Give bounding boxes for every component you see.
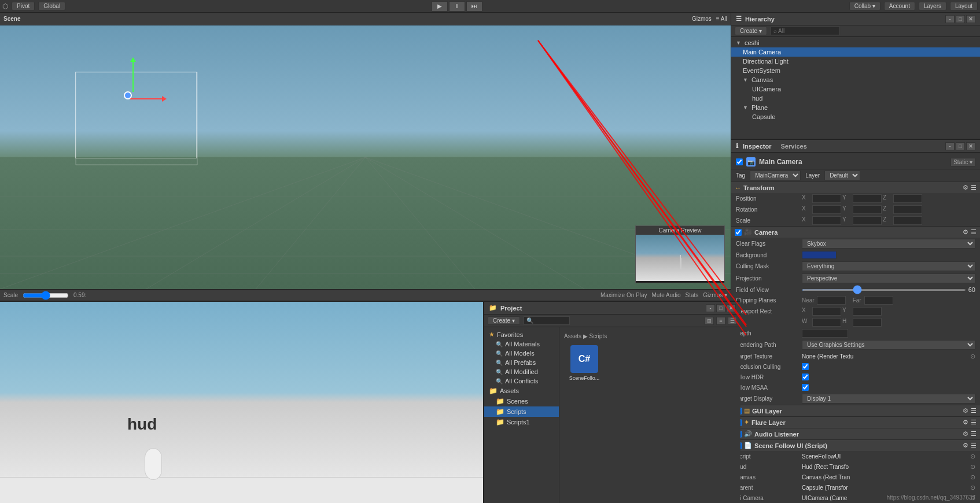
hierarchy-minimize[interactable]: - — [945, 15, 955, 23]
hier-item-plane[interactable]: ▼ Plane — [731, 103, 980, 112]
audio-listener-header[interactable]: 🔊 Audio Listener ⚙ ☰ — [731, 428, 980, 439]
vp-w-input[interactable]: 1 — [812, 318, 841, 327]
account-button[interactable]: Account — [884, 2, 915, 10]
ui-camera-pick-icon[interactable]: ⊙ — [970, 494, 975, 502]
hud-pick-icon[interactable]: ⊙ — [970, 463, 975, 471]
rot-y-input[interactable]: 0 — [853, 205, 882, 214]
static-button[interactable]: Static ▾ — [950, 158, 975, 167]
step-button[interactable]: ⏭ — [466, 1, 482, 12]
all-materials-item[interactable]: 🔍 All Materials — [484, 339, 559, 349]
allow-msaa-checkbox[interactable] — [802, 384, 809, 391]
gizmos-label[interactable]: Gizmos — [692, 16, 712, 22]
hier-item-ceshi[interactable]: ▼ ceshi — [731, 38, 980, 47]
rot-z-input[interactable]: 0 — [893, 205, 922, 214]
all-models-item[interactable]: 🔍 All Models — [484, 349, 559, 358]
fov-slider[interactable] — [802, 289, 966, 291]
mute-audio-btn[interactable]: Mute Audio — [651, 292, 680, 298]
all-filter[interactable]: ≡ All — [716, 16, 727, 22]
occlusion-culling-checkbox[interactable] — [802, 363, 809, 370]
gui-layer-menu-icon[interactable]: ☰ — [971, 407, 977, 415]
flare-layer-header[interactable]: ✦ Flare Layer ⚙ ☰ — [731, 417, 980, 428]
hierarchy-create-btn[interactable]: Create ▾ — [735, 27, 767, 35]
target-texture-pick-icon[interactable]: ⊙ — [970, 353, 975, 360]
stats-btn[interactable]: Stats — [686, 292, 699, 298]
all-conflicts-item[interactable]: 🔍 All Conflicts — [484, 376, 559, 386]
all-modified-item[interactable]: 🔍 All Modified — [484, 367, 559, 376]
project-search[interactable] — [524, 316, 570, 325]
scale-z-input[interactable]: 1 — [893, 216, 922, 225]
collab-button[interactable]: Collab ▾ — [849, 2, 880, 10]
scene-tab-label[interactable]: Scene — [3, 16, 20, 22]
pos-y-input[interactable]: 1 — [853, 194, 882, 203]
global-button[interactable]: Global — [38, 2, 65, 10]
scene-follow-ui-menu-icon[interactable]: ☰ — [971, 442, 977, 449]
rendering-path-dropdown[interactable]: Use Graphics Settings — [802, 340, 975, 350]
gizmos-game-btn[interactable]: Gizmos ▾ — [703, 292, 727, 298]
play-button[interactable]: ▶ — [432, 1, 448, 12]
hier-item-main-camera[interactable]: Main Camera — [731, 47, 980, 57]
audio-listener-menu-icon[interactable]: ☰ — [971, 430, 977, 438]
maximize-on-play-btn[interactable]: Maximize On Play — [600, 292, 647, 298]
project-close[interactable]: ✕ — [727, 304, 736, 312]
pos-x-input[interactable]: 0 — [812, 194, 841, 203]
layers-button[interactable]: Layers — [919, 2, 946, 10]
camera-enabled-checkbox[interactable] — [735, 229, 742, 236]
scene-follow-file[interactable]: C# SceneFollo... — [564, 343, 605, 383]
culling-mask-dropdown[interactable]: Everything — [802, 261, 975, 271]
transform-menu-icon[interactable]: ☰ — [971, 184, 977, 191]
scripts1-tree-item[interactable]: 📁 Scripts1 — [484, 417, 559, 427]
scenes-tree-item[interactable]: 📁 Scenes — [484, 396, 559, 406]
scale-slider[interactable] — [23, 291, 69, 300]
target-display-dropdown[interactable]: Display 1 — [802, 394, 975, 404]
services-tab[interactable]: Services — [781, 143, 807, 150]
script-pick-icon[interactable]: ⊙ — [970, 453, 975, 460]
far-input[interactable]: 1000 — [864, 296, 893, 305]
object-active-checkbox[interactable] — [736, 158, 743, 165]
project-view-btn1[interactable]: ⊞ — [705, 317, 714, 325]
scale-y-input[interactable]: 1 — [853, 216, 882, 225]
gui-layer-header[interactable]: ▤ GUI Layer ⚙ ☰ — [731, 405, 980, 416]
hier-item-uicamera[interactable]: UICamera — [731, 84, 980, 94]
near-input[interactable]: 0.3 — [817, 296, 846, 305]
audio-listener-settings-icon[interactable]: ⚙ — [963, 430, 968, 438]
project-view-btn3[interactable]: ☰ — [728, 317, 737, 325]
layer-dropdown[interactable]: Default — [824, 171, 860, 180]
hier-item-hud[interactable]: hud — [731, 94, 980, 103]
scene-canvas[interactable]: Camera Preview — [0, 25, 731, 289]
inspector-maximize[interactable]: □ — [956, 142, 965, 150]
scene-follow-ui-header[interactable]: 📄 Scene Follow UI (Script) ⚙ ☰ — [731, 440, 980, 451]
layout-button[interactable]: Layout — [950, 2, 978, 10]
projection-dropdown[interactable]: Perspective — [802, 273, 975, 283]
rot-x-input[interactable]: 0 — [812, 205, 841, 214]
flare-layer-menu-icon[interactable]: ☰ — [971, 419, 977, 426]
favorites-item[interactable]: ★ Favorites — [484, 330, 559, 339]
pivot-button[interactable]: Pivot — [12, 2, 35, 10]
project-view-btn2[interactable]: ≡ — [716, 317, 725, 325]
project-minimize[interactable]: - — [706, 304, 715, 312]
clear-flags-dropdown[interactable]: Skybox — [802, 239, 975, 249]
pos-z-input[interactable]: -10 — [893, 194, 922, 203]
gui-layer-settings-icon[interactable]: ⚙ — [963, 407, 968, 415]
parent-pick-icon[interactable]: ⊙ — [970, 484, 975, 491]
tag-dropdown[interactable]: MainCamera — [750, 171, 801, 180]
flare-layer-settings-icon[interactable]: ⚙ — [963, 419, 968, 426]
background-color-swatch[interactable] — [802, 251, 837, 259]
hierarchy-close[interactable]: ✕ — [966, 15, 975, 23]
inspector-close[interactable]: ✕ — [966, 142, 975, 150]
hier-item-directional-light[interactable]: Directional Light — [731, 57, 980, 66]
hierarchy-maximize[interactable]: □ — [956, 15, 965, 23]
all-prefabs-item[interactable]: 🔍 All Prefabs — [484, 358, 559, 367]
pause-button[interactable]: ⏸ — [449, 1, 465, 12]
depth-input[interactable]: -1 — [802, 329, 848, 338]
vp-y-input[interactable]: 0 — [853, 307, 882, 316]
hier-item-capsule[interactable]: Capsule — [731, 112, 980, 121]
vp-x-input[interactable]: 0 — [812, 307, 841, 316]
hier-item-canvas[interactable]: ▼ Canvas — [731, 75, 980, 84]
transform-header[interactable]: ↔ Transform ⚙ ☰ — [731, 182, 980, 193]
camera-component-header[interactable]: 🎥 Camera ⚙ ☰ — [731, 227, 980, 238]
inspector-minimize[interactable]: - — [945, 142, 955, 150]
project-maximize[interactable]: □ — [716, 304, 725, 312]
assets-tree-item[interactable]: 📁 Assets — [484, 386, 559, 396]
transform-settings-icon[interactable]: ⚙ — [963, 184, 968, 191]
camera-settings-icon[interactable]: ⚙ — [963, 228, 968, 236]
